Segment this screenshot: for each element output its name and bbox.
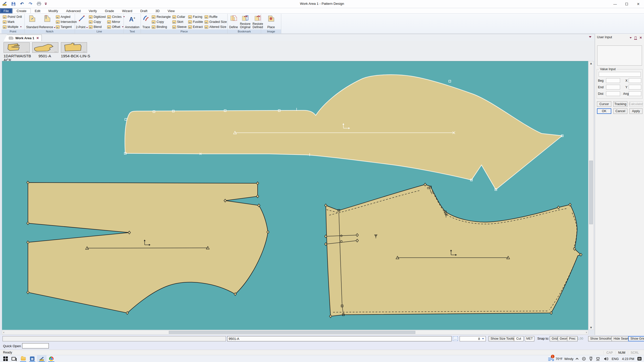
binding-piece-button[interactable]: Binding bbox=[151, 24, 171, 29]
thumbnail-9501-a[interactable]: … bbox=[32, 42, 58, 53]
graded-size-button[interactable]: Graded Size bbox=[204, 19, 227, 24]
tangent-notch-button[interactable]: Tangent bbox=[55, 24, 77, 29]
met-button[interactable]: MET bbox=[525, 336, 534, 341]
trace-button[interactable]: Trace bbox=[142, 14, 151, 29]
notification-center-icon[interactable] bbox=[637, 357, 641, 360]
minimize-button[interactable]: — bbox=[609, 0, 621, 8]
file-explorer-icon[interactable] bbox=[21, 356, 26, 361]
show-size-tooltip-button[interactable]: Show Size Tooltip bbox=[489, 336, 517, 341]
tab-verify[interactable]: Verify bbox=[85, 8, 101, 13]
show-grid-button[interactable]: Show Grid bbox=[628, 336, 644, 341]
maximize-button[interactable] bbox=[621, 0, 632, 8]
facing-piece-button[interactable]: Facing bbox=[188, 14, 204, 19]
network-icon[interactable] bbox=[596, 357, 600, 361]
cancel-button[interactable]: Cancel bbox=[613, 108, 627, 114]
pattern-canvas-svg[interactable] bbox=[2, 61, 588, 330]
reference-notch-button[interactable]: Reference bbox=[40, 14, 55, 29]
close-button[interactable]: ✕ bbox=[632, 0, 644, 8]
weather-widget[interactable]: 1 70°F Windy bbox=[548, 356, 574, 361]
speaker-icon[interactable] bbox=[604, 357, 608, 361]
multiple-point-button[interactable]: Multiple bbox=[2, 24, 22, 29]
intersection-notch-button[interactable]: Intersection bbox=[55, 19, 77, 24]
blend-line-button[interactable]: Blend bbox=[88, 24, 106, 29]
extract-piece-button[interactable]: Extract bbox=[188, 24, 204, 29]
horizontal-scroll-thumb[interactable] bbox=[169, 331, 415, 334]
end-field[interactable] bbox=[606, 85, 620, 89]
define-bookmark-button[interactable]: Define bbox=[228, 14, 239, 29]
x-field[interactable] bbox=[629, 78, 641, 83]
panel-close-icon[interactable]: ✕ bbox=[639, 36, 642, 39]
pattern-design-app-icon[interactable] bbox=[39, 356, 44, 361]
tab-edit[interactable]: Edit bbox=[31, 8, 44, 13]
ruffle-piece-button[interactable]: Ruffle bbox=[204, 14, 227, 19]
copy-piece-button[interactable]: Copy bbox=[151, 19, 171, 24]
current-piece-field[interactable]: 9501-A bbox=[227, 336, 452, 341]
workspace-tab[interactable]: Work Area 1 ✕ bbox=[4, 35, 42, 41]
quick-open-input[interactable] bbox=[22, 343, 49, 348]
offset-line-button[interactable]: Offset bbox=[107, 24, 125, 29]
tab-advanced[interactable]: Advanced bbox=[62, 8, 85, 13]
rectangle-piece-button[interactable]: Rectangle bbox=[151, 14, 171, 19]
tab-grade[interactable]: Grade bbox=[101, 8, 118, 13]
accumark-app-icon[interactable]: ▦ bbox=[30, 356, 35, 361]
cut-button[interactable]: Cut bbox=[514, 336, 524, 341]
tab-file[interactable]: File bbox=[0, 8, 12, 13]
canvas-vertical-scrollbar[interactable]: ▲ ▼ bbox=[588, 61, 594, 330]
y-field[interactable] bbox=[629, 85, 641, 89]
place-image-button[interactable]: Place bbox=[265, 14, 277, 29]
skirt-piece-button[interactable]: Skirt bbox=[172, 19, 187, 24]
ok-button[interactable]: OK bbox=[597, 108, 611, 114]
pattern-piece-top[interactable] bbox=[124, 75, 563, 191]
digitized-line-button[interactable]: Digitized bbox=[88, 14, 106, 19]
start-button[interactable] bbox=[3, 356, 8, 361]
tab-wizard[interactable]: Wizard bbox=[118, 8, 136, 13]
altered-size-button[interactable]: Altered Size bbox=[204, 24, 227, 29]
two-point-line-button[interactable]: 2-Point bbox=[76, 14, 88, 29]
usb-icon[interactable] bbox=[589, 357, 593, 361]
tab-3d[interactable]: 3D bbox=[151, 8, 164, 13]
thumbnail-1dartwaistback[interactable]: … bbox=[4, 42, 30, 53]
standard-notch-button[interactable]: Standard bbox=[25, 14, 39, 29]
beg-field[interactable] bbox=[606, 78, 620, 83]
angled-notch-button[interactable]: Angled bbox=[55, 14, 77, 19]
panel-pin-icon[interactable] bbox=[635, 36, 636, 39]
vertical-scroll-thumb[interactable] bbox=[589, 161, 593, 224]
tab-view[interactable]: View bbox=[164, 8, 179, 13]
tracking-button[interactable]: Tracking bbox=[613, 101, 627, 107]
pattern-piece-bottom-left[interactable] bbox=[27, 181, 269, 314]
scroll-right-arrow[interactable]: › bbox=[586, 330, 587, 334]
thumbnail-1954-bck-lin-s[interactable]: … bbox=[61, 42, 87, 53]
panel-dropdown-icon[interactable] bbox=[630, 37, 632, 38]
canvas-horizontal-scrollbar[interactable]: ‹ › bbox=[2, 330, 588, 335]
cursor-button[interactable]: Cursor bbox=[597, 101, 611, 107]
tab-modify[interactable]: Modify bbox=[44, 8, 62, 13]
dist-field[interactable] bbox=[606, 91, 620, 96]
restore-original-button[interactable]: Restore Original bbox=[239, 14, 251, 29]
mark-button[interactable]: Mark bbox=[2, 19, 22, 24]
pattern-canvas[interactable] bbox=[2, 61, 588, 330]
workspace-tab-close-icon[interactable]: ✕ bbox=[36, 36, 39, 40]
task-view-button[interactable] bbox=[11, 356, 16, 361]
tray-overflow-icon[interactable] bbox=[576, 358, 579, 360]
tab-draft[interactable]: Draft bbox=[136, 8, 151, 13]
collar-piece-button[interactable]: Collar bbox=[172, 14, 187, 19]
ang-field[interactable] bbox=[629, 91, 641, 96]
scroll-left-arrow[interactable]: ‹ bbox=[3, 330, 4, 334]
annotation-button[interactable]: A+ Annotation bbox=[124, 14, 140, 29]
scroll-down-arrow[interactable]: ▼ bbox=[589, 326, 593, 330]
more-options-button[interactable]: … bbox=[453, 336, 458, 341]
value-input-field[interactable] bbox=[599, 72, 641, 77]
scroll-up-arrow[interactable]: ▲ bbox=[589, 61, 593, 65]
point-drill-button[interactable]: Point/ Drill bbox=[2, 14, 22, 19]
grain-line[interactable] bbox=[87, 248, 208, 248]
fusible-piece-button[interactable]: Fusible bbox=[188, 19, 204, 24]
tab-create[interactable]: Create bbox=[12, 8, 31, 13]
pattern-piece-bottom-right[interactable] bbox=[325, 183, 582, 318]
tray-app-icon[interactable] bbox=[582, 357, 586, 361]
clock[interactable]: 4:23 PM bbox=[622, 357, 634, 361]
mirror-line-button[interactable]: Mirror bbox=[107, 19, 125, 24]
apply-button[interactable]: Apply bbox=[629, 108, 642, 114]
language-indicator[interactable]: ENG bbox=[612, 357, 619, 361]
copy-line-button[interactable]: Copy bbox=[88, 19, 106, 24]
tab-list-dropdown-icon[interactable] bbox=[589, 36, 591, 38]
